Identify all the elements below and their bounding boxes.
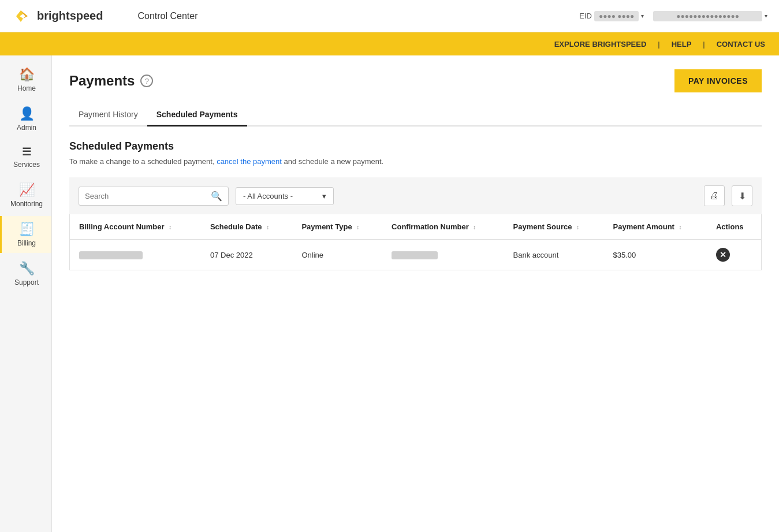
eid-section: EID ●●●● ●●●● ▾ [579, 11, 644, 21]
print-button[interactable]: 🖨 [704, 185, 725, 206]
pay-invoices-button[interactable]: PAY INVOICES [674, 69, 762, 92]
logo-area: brightspeed [12, 6, 103, 27]
col-actions-label: Actions [716, 222, 744, 231]
tab-scheduled-payments[interactable]: Scheduled Payments [147, 104, 247, 127]
accounts-label: - All Accounts - [243, 192, 293, 200]
cell-billing-account [70, 240, 201, 270]
billing-account-redacted [79, 251, 143, 259]
cell-payment-amount: $35.00 [604, 240, 707, 270]
help-link[interactable]: HELP [672, 40, 692, 49]
col-actions: Actions [707, 214, 761, 240]
support-icon: 🔧 [19, 261, 35, 276]
main-layout: 🏠 Home 👤 Admin ☰ Services 📈 Monitoring 🧾… [0, 55, 779, 532]
sort-icon-payment-amount[interactable]: ↕ [679, 224, 682, 230]
help-icon-label: ? [145, 77, 149, 85]
sidebar-item-monitoring[interactable]: 📈 Monitoring [0, 177, 51, 214]
sidebar-item-home[interactable]: 🏠 Home [0, 61, 51, 98]
cell-payment-type: Online [292, 240, 382, 270]
sidebar-item-admin[interactable]: 👤 Admin [0, 101, 51, 137]
search-input[interactable] [85, 192, 206, 200]
top-nav-right: EID ●●●● ●●●● ▾ ●●●●●●●●●●●●●●● ▾ [579, 11, 767, 21]
main-content: Payments ? PAY INVOICES Payment History … [52, 55, 779, 532]
col-schedule-date: Schedule Date ↕ [201, 214, 292, 240]
table-wrapper: Billing Account Number ↕ Schedule Date ↕… [69, 214, 762, 270]
sidebar-label-monitoring: Monitoring [10, 200, 43, 208]
sidebar-label-billing: Billing [17, 239, 36, 247]
chevron-down-icon: ▾ [322, 192, 326, 200]
explore-brightspeed-link[interactable]: EXPLORE BRIGHTSPEED [554, 40, 647, 49]
sort-icon-confirmation[interactable]: ↕ [473, 224, 476, 230]
billing-icon: 🧾 [19, 222, 35, 237]
page-header: Payments ? PAY INVOICES [69, 69, 762, 92]
col-confirmation-number: Confirmation Number ↕ [382, 214, 504, 240]
home-icon: 🏠 [19, 67, 35, 82]
cell-schedule-date: 07 Dec 2022 [201, 240, 292, 270]
schedule-date-value: 07 Dec 2022 [210, 251, 253, 259]
col-payment-type-label: Payment Type [301, 222, 352, 231]
search-icon[interactable]: 🔍 [211, 191, 222, 202]
payment-type-value: Online [301, 251, 323, 259]
sort-icon-schedule-date[interactable]: ↕ [266, 224, 269, 230]
section-description: To make a change to a scheduled payment,… [69, 157, 762, 166]
col-schedule-date-label: Schedule Date [210, 222, 262, 231]
col-payment-source: Payment Source ↕ [504, 214, 604, 240]
sidebar-label-admin: Admin [17, 124, 36, 132]
table-header-row: Billing Account Number ↕ Schedule Date ↕… [70, 214, 761, 240]
filter-bar: 🔍 - All Accounts - ▾ 🖨 ⬇ [69, 177, 762, 214]
sidebar-label-services: Services [13, 161, 40, 169]
download-button[interactable]: ⬇ [732, 185, 752, 206]
user-chevron-icon[interactable]: ▾ [765, 13, 767, 19]
logo-text: brightspeed [37, 9, 103, 23]
section-desc-prefix: To make a change to a scheduled payment, [69, 157, 215, 166]
help-icon[interactable]: ? [140, 75, 153, 87]
sidebar-label-home: Home [17, 84, 36, 92]
search-box[interactable]: 🔍 [79, 187, 229, 206]
svg-rect-0 [12, 6, 32, 27]
payment-amount-value: $35.00 [613, 251, 636, 259]
top-nav: brightspeed Control Center EID ●●●● ●●●●… [0, 0, 779, 32]
payment-source-value: Bank account [513, 251, 559, 259]
scheduled-payments-table: Billing Account Number ↕ Schedule Date ↕… [70, 214, 761, 270]
brightspeed-logo-icon [12, 6, 32, 27]
section-desc-suffix: and schedule a new payment. [284, 157, 383, 166]
cancel-action-button[interactable]: ✕ [716, 248, 730, 262]
filter-actions: 🖨 ⬇ [704, 185, 752, 206]
yellow-bar: EXPLORE BRIGHTSPEED | HELP | CONTACT US [0, 32, 779, 55]
services-icon: ☰ [22, 146, 31, 158]
col-payment-amount: Payment Amount ↕ [604, 214, 707, 240]
sidebar-item-services[interactable]: ☰ Services [0, 140, 51, 174]
sort-icon-billing[interactable]: ↕ [169, 224, 172, 230]
page-title-area: Payments ? [69, 73, 153, 89]
user-value: ●●●●●●●●●●●●●●● [653, 11, 762, 21]
eid-chevron-icon[interactable]: ▾ [641, 13, 644, 19]
sidebar-item-billing[interactable]: 🧾 Billing [0, 216, 51, 253]
tabs: Payment History Scheduled Payments [69, 104, 762, 127]
eid-value: ●●●● ●●●● [594, 11, 639, 21]
cell-actions: ✕ [707, 240, 761, 270]
cancel-payment-link[interactable]: cancel the payment [217, 157, 282, 166]
col-billing-account: Billing Account Number ↕ [70, 214, 201, 240]
app-title: Control Center [137, 11, 197, 21]
print-icon: 🖨 [710, 191, 719, 201]
sort-icon-payment-source[interactable]: ↕ [576, 224, 579, 230]
admin-icon: 👤 [19, 106, 35, 121]
contact-us-link[interactable]: CONTACT US [717, 40, 765, 49]
section-title: Scheduled Payments [69, 140, 762, 152]
sort-icon-payment-type[interactable]: ↕ [356, 224, 359, 230]
col-billing-account-label: Billing Account Number [79, 222, 165, 231]
download-icon: ⬇ [739, 191, 746, 202]
table-row: 07 Dec 2022 Online Bank account $35.00 [70, 240, 761, 270]
col-payment-source-label: Payment Source [513, 222, 572, 231]
confirmation-number-redacted [392, 251, 438, 259]
tab-payment-history[interactable]: Payment History [69, 104, 147, 127]
sidebar-item-support[interactable]: 🔧 Support [0, 255, 51, 292]
col-payment-type: Payment Type ↕ [292, 214, 382, 240]
cell-payment-source: Bank account [504, 240, 604, 270]
accounts-dropdown[interactable]: - All Accounts - ▾ [236, 187, 334, 205]
col-payment-amount-label: Payment Amount [613, 222, 674, 231]
page-title: Payments [69, 73, 135, 89]
sidebar-label-support: Support [14, 278, 39, 287]
col-confirmation-number-label: Confirmation Number [392, 222, 469, 231]
cell-confirmation-number [382, 240, 504, 270]
eid-label: EID [579, 12, 592, 20]
